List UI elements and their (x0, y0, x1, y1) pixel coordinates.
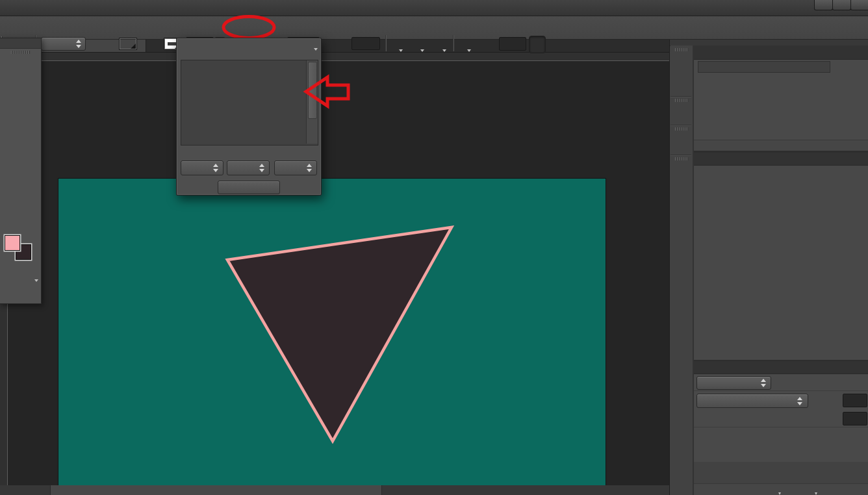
path-arrangement-dropdown-icon (442, 49, 446, 52)
status-info-strip (50, 485, 382, 495)
document-tab-bar (0, 39, 669, 52)
collapsed-panels-strip (670, 45, 694, 495)
menu-bar (0, 0, 868, 16)
caps-select[interactable] (227, 160, 270, 175)
horizontal-ruler (0, 52, 669, 61)
screen-mode-dropdown-icon (34, 279, 38, 282)
swatches-content (694, 60, 868, 140)
character-panel-button[interactable] (670, 162, 691, 181)
3d-panel-button[interactable] (670, 104, 691, 122)
layers-list (694, 427, 868, 462)
fill-color-swatch[interactable] (119, 38, 137, 50)
right-dock (669, 38, 868, 495)
more-options-button[interactable] (218, 181, 280, 194)
stroke-options-gear-dropdown-icon (314, 48, 318, 51)
align-updown-icon (213, 164, 219, 172)
layers-bottom-bar (694, 483, 868, 495)
libraries-tab-bar (694, 153, 868, 166)
caps-updown-icon (259, 164, 265, 172)
notes-panel-button[interactable] (670, 133, 691, 152)
layer-filter-select[interactable] (696, 376, 771, 390)
status-bar (0, 485, 669, 495)
history-panel-button[interactable] (670, 55, 691, 73)
actions-panel-button[interactable] (670, 74, 691, 92)
corners-updown-icon (307, 164, 313, 172)
libraries-content (694, 166, 868, 360)
toolbox-panel (0, 38, 42, 304)
toolbox-grip[interactable] (11, 51, 29, 54)
sides-field[interactable] (499, 37, 526, 51)
layer-fill-field[interactable] (843, 412, 867, 425)
stroke-list-scrollbar[interactable] (306, 60, 318, 144)
document-canvas[interactable] (58, 179, 606, 490)
tool-mode-updown-icon (76, 40, 82, 48)
shape-height-field[interactable] (351, 37, 380, 50)
shape-settings-dropdown-icon (467, 49, 471, 52)
minimize-button[interactable] (814, 0, 833, 10)
stroke-style-list (181, 60, 318, 146)
tool-mode-select[interactable] (41, 37, 86, 51)
scrollbar-thumb[interactable] (308, 62, 317, 119)
layers-tab-bar (694, 361, 868, 374)
paragraph-panel-button[interactable] (670, 182, 691, 200)
recent-colors-well (698, 61, 830, 73)
stroke-options-panel (176, 38, 322, 196)
close-button[interactable] (850, 0, 868, 10)
toolbox-header (0, 38, 41, 49)
blend-mode-select[interactable] (696, 394, 808, 408)
swatches-bottom-bar (694, 140, 868, 151)
layers-filter-row (694, 374, 868, 391)
canvas-pasteboard[interactable] (0, 60, 669, 485)
path-alignment-dropdown-icon (420, 49, 424, 52)
options-bar (0, 16, 868, 40)
path-operations-dropdown-icon (399, 49, 403, 52)
restore-button[interactable] (832, 0, 851, 10)
layers-empty-area (694, 462, 868, 483)
shape-constraint-options-button[interactable] (529, 36, 546, 53)
align-select[interactable] (181, 160, 223, 175)
layers-blend-row (694, 391, 868, 410)
layers-lock-row (694, 410, 868, 427)
foreground-color-swatch[interactable] (5, 235, 20, 251)
swatches-tab-bar (694, 45, 868, 60)
opacity-field[interactable] (843, 394, 867, 407)
fill-swatch-corner-icon (131, 44, 136, 49)
corners-select[interactable] (274, 160, 317, 175)
